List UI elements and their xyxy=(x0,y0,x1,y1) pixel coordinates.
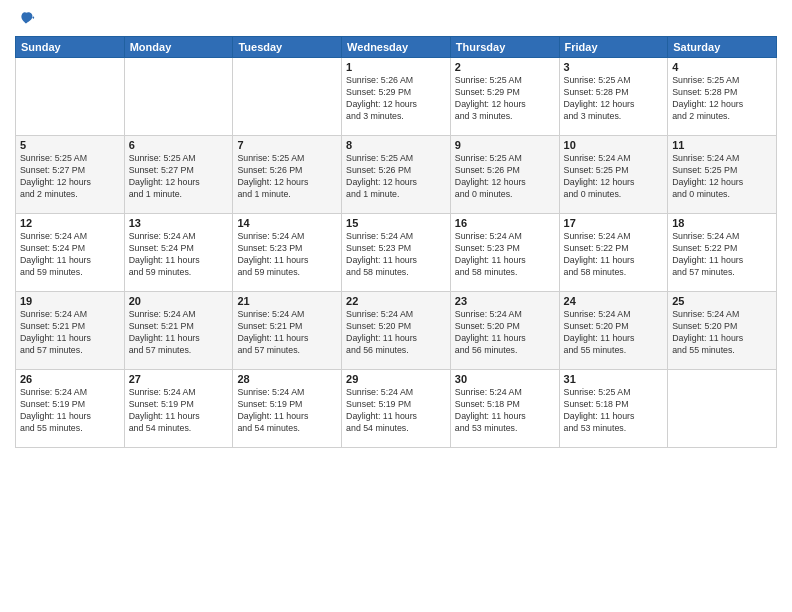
day-info: Sunrise: 5:24 AM Sunset: 5:25 PM Dayligh… xyxy=(672,153,772,201)
calendar-day-cell: 22Sunrise: 5:24 AM Sunset: 5:20 PM Dayli… xyxy=(342,292,451,370)
day-info: Sunrise: 5:25 AM Sunset: 5:26 PM Dayligh… xyxy=(455,153,555,201)
day-number: 11 xyxy=(672,139,772,151)
calendar-day-header: Friday xyxy=(559,37,668,58)
day-number: 7 xyxy=(237,139,337,151)
day-number: 1 xyxy=(346,61,446,73)
calendar-day-header: Monday xyxy=(124,37,233,58)
day-info: Sunrise: 5:25 AM Sunset: 5:18 PM Dayligh… xyxy=(564,387,664,435)
day-number: 6 xyxy=(129,139,229,151)
day-info: Sunrise: 5:24 AM Sunset: 5:23 PM Dayligh… xyxy=(455,231,555,279)
day-number: 26 xyxy=(20,373,120,385)
logo-bird-icon xyxy=(17,10,35,28)
day-number: 30 xyxy=(455,373,555,385)
day-info: Sunrise: 5:24 AM Sunset: 5:20 PM Dayligh… xyxy=(672,309,772,357)
day-number: 21 xyxy=(237,295,337,307)
calendar-week-row: 12Sunrise: 5:24 AM Sunset: 5:24 PM Dayli… xyxy=(16,214,777,292)
day-number: 13 xyxy=(129,217,229,229)
day-info: Sunrise: 5:25 AM Sunset: 5:27 PM Dayligh… xyxy=(129,153,229,201)
calendar-day-cell: 11Sunrise: 5:24 AM Sunset: 5:25 PM Dayli… xyxy=(668,136,777,214)
day-number: 10 xyxy=(564,139,664,151)
day-number: 28 xyxy=(237,373,337,385)
day-info: Sunrise: 5:24 AM Sunset: 5:21 PM Dayligh… xyxy=(129,309,229,357)
day-number: 14 xyxy=(237,217,337,229)
calendar-day-cell: 2Sunrise: 5:25 AM Sunset: 5:29 PM Daylig… xyxy=(450,58,559,136)
calendar-day-cell: 18Sunrise: 5:24 AM Sunset: 5:22 PM Dayli… xyxy=(668,214,777,292)
day-number: 12 xyxy=(20,217,120,229)
day-number: 4 xyxy=(672,61,772,73)
day-number: 17 xyxy=(564,217,664,229)
calendar-week-row: 5Sunrise: 5:25 AM Sunset: 5:27 PM Daylig… xyxy=(16,136,777,214)
calendar-day-cell: 25Sunrise: 5:24 AM Sunset: 5:20 PM Dayli… xyxy=(668,292,777,370)
calendar-day-header: Wednesday xyxy=(342,37,451,58)
calendar-day-cell: 24Sunrise: 5:24 AM Sunset: 5:20 PM Dayli… xyxy=(559,292,668,370)
calendar-day-cell: 20Sunrise: 5:24 AM Sunset: 5:21 PM Dayli… xyxy=(124,292,233,370)
day-info: Sunrise: 5:25 AM Sunset: 5:29 PM Dayligh… xyxy=(455,75,555,123)
day-info: Sunrise: 5:24 AM Sunset: 5:20 PM Dayligh… xyxy=(346,309,446,357)
page: SundayMondayTuesdayWednesdayThursdayFrid… xyxy=(0,0,792,612)
calendar-day-cell: 9Sunrise: 5:25 AM Sunset: 5:26 PM Daylig… xyxy=(450,136,559,214)
calendar-day-cell: 16Sunrise: 5:24 AM Sunset: 5:23 PM Dayli… xyxy=(450,214,559,292)
day-number: 29 xyxy=(346,373,446,385)
day-number: 27 xyxy=(129,373,229,385)
calendar-day-cell: 13Sunrise: 5:24 AM Sunset: 5:24 PM Dayli… xyxy=(124,214,233,292)
day-info: Sunrise: 5:24 AM Sunset: 5:23 PM Dayligh… xyxy=(346,231,446,279)
day-number: 24 xyxy=(564,295,664,307)
day-number: 22 xyxy=(346,295,446,307)
day-info: Sunrise: 5:24 AM Sunset: 5:19 PM Dayligh… xyxy=(237,387,337,435)
day-info: Sunrise: 5:24 AM Sunset: 5:19 PM Dayligh… xyxy=(129,387,229,435)
calendar-day-cell xyxy=(16,58,125,136)
calendar-week-row: 1Sunrise: 5:26 AM Sunset: 5:29 PM Daylig… xyxy=(16,58,777,136)
calendar-day-cell: 17Sunrise: 5:24 AM Sunset: 5:22 PM Dayli… xyxy=(559,214,668,292)
day-info: Sunrise: 5:25 AM Sunset: 5:28 PM Dayligh… xyxy=(564,75,664,123)
day-info: Sunrise: 5:25 AM Sunset: 5:27 PM Dayligh… xyxy=(20,153,120,201)
calendar-day-header: Thursday xyxy=(450,37,559,58)
calendar-day-cell: 10Sunrise: 5:24 AM Sunset: 5:25 PM Dayli… xyxy=(559,136,668,214)
calendar-day-cell xyxy=(233,58,342,136)
day-info: Sunrise: 5:24 AM Sunset: 5:23 PM Dayligh… xyxy=(237,231,337,279)
calendar-day-cell: 3Sunrise: 5:25 AM Sunset: 5:28 PM Daylig… xyxy=(559,58,668,136)
calendar-header-row: SundayMondayTuesdayWednesdayThursdayFrid… xyxy=(16,37,777,58)
day-number: 31 xyxy=(564,373,664,385)
day-info: Sunrise: 5:24 AM Sunset: 5:24 PM Dayligh… xyxy=(129,231,229,279)
calendar-day-cell: 29Sunrise: 5:24 AM Sunset: 5:19 PM Dayli… xyxy=(342,370,451,448)
day-number: 18 xyxy=(672,217,772,229)
day-info: Sunrise: 5:24 AM Sunset: 5:19 PM Dayligh… xyxy=(20,387,120,435)
day-info: Sunrise: 5:25 AM Sunset: 5:28 PM Dayligh… xyxy=(672,75,772,123)
day-number: 5 xyxy=(20,139,120,151)
calendar-day-cell: 27Sunrise: 5:24 AM Sunset: 5:19 PM Dayli… xyxy=(124,370,233,448)
day-info: Sunrise: 5:24 AM Sunset: 5:22 PM Dayligh… xyxy=(672,231,772,279)
calendar-day-cell: 12Sunrise: 5:24 AM Sunset: 5:24 PM Dayli… xyxy=(16,214,125,292)
day-info: Sunrise: 5:24 AM Sunset: 5:21 PM Dayligh… xyxy=(20,309,120,357)
calendar-week-row: 26Sunrise: 5:24 AM Sunset: 5:19 PM Dayli… xyxy=(16,370,777,448)
day-info: Sunrise: 5:24 AM Sunset: 5:20 PM Dayligh… xyxy=(455,309,555,357)
day-number: 15 xyxy=(346,217,446,229)
calendar-day-cell: 15Sunrise: 5:24 AM Sunset: 5:23 PM Dayli… xyxy=(342,214,451,292)
calendar-day-cell: 31Sunrise: 5:25 AM Sunset: 5:18 PM Dayli… xyxy=(559,370,668,448)
day-info: Sunrise: 5:25 AM Sunset: 5:26 PM Dayligh… xyxy=(346,153,446,201)
calendar-day-cell: 8Sunrise: 5:25 AM Sunset: 5:26 PM Daylig… xyxy=(342,136,451,214)
day-info: Sunrise: 5:24 AM Sunset: 5:19 PM Dayligh… xyxy=(346,387,446,435)
day-number: 20 xyxy=(129,295,229,307)
day-info: Sunrise: 5:24 AM Sunset: 5:25 PM Dayligh… xyxy=(564,153,664,201)
day-number: 19 xyxy=(20,295,120,307)
calendar-day-cell xyxy=(124,58,233,136)
calendar-day-header: Tuesday xyxy=(233,37,342,58)
day-number: 8 xyxy=(346,139,446,151)
calendar-day-cell: 6Sunrise: 5:25 AM Sunset: 5:27 PM Daylig… xyxy=(124,136,233,214)
calendar-day-cell: 1Sunrise: 5:26 AM Sunset: 5:29 PM Daylig… xyxy=(342,58,451,136)
day-number: 16 xyxy=(455,217,555,229)
day-number: 3 xyxy=(564,61,664,73)
calendar-day-cell: 5Sunrise: 5:25 AM Sunset: 5:27 PM Daylig… xyxy=(16,136,125,214)
calendar-day-cell: 30Sunrise: 5:24 AM Sunset: 5:18 PM Dayli… xyxy=(450,370,559,448)
day-info: Sunrise: 5:24 AM Sunset: 5:22 PM Dayligh… xyxy=(564,231,664,279)
calendar-day-cell: 7Sunrise: 5:25 AM Sunset: 5:26 PM Daylig… xyxy=(233,136,342,214)
day-number: 23 xyxy=(455,295,555,307)
day-number: 25 xyxy=(672,295,772,307)
calendar-day-header: Sunday xyxy=(16,37,125,58)
calendar-day-cell xyxy=(668,370,777,448)
logo xyxy=(15,10,35,28)
day-info: Sunrise: 5:24 AM Sunset: 5:20 PM Dayligh… xyxy=(564,309,664,357)
day-info: Sunrise: 5:25 AM Sunset: 5:26 PM Dayligh… xyxy=(237,153,337,201)
header xyxy=(15,10,777,28)
day-number: 2 xyxy=(455,61,555,73)
